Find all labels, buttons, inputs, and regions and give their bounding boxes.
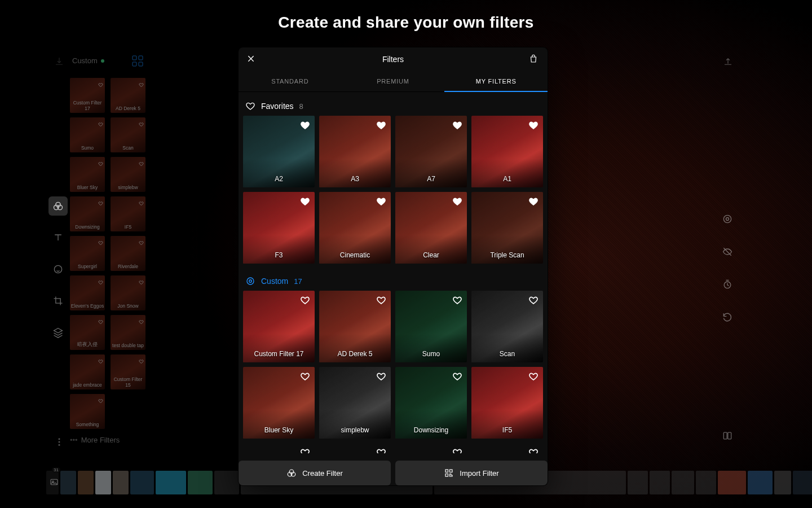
filmstrip-thumbnail[interactable] [156, 471, 186, 494]
favorite-heart-icon[interactable] [452, 371, 462, 384]
sidebar-mini-label: Bluer Sky [70, 185, 105, 190]
more-menu-icon[interactable] [54, 437, 64, 449]
text-tool-icon[interactable] [48, 228, 68, 247]
section-favorites-header[interactable]: Favorites 8 [243, 97, 543, 116]
timer-icon[interactable] [722, 279, 733, 292]
favorite-heart-icon[interactable] [300, 295, 310, 308]
filmstrip-thumbnail[interactable] [718, 471, 746, 494]
filter-tile[interactable] [243, 443, 315, 453]
target-icon[interactable] [722, 213, 733, 227]
favorite-heart-icon[interactable] [528, 120, 539, 133]
svg-rect-2 [133, 62, 136, 66]
sidebar-mini-tile[interactable]: IF5 [111, 196, 145, 231]
filter-tile[interactable]: Triple Scan [471, 192, 543, 264]
filmstrip-thumbnail[interactable] [774, 471, 791, 494]
favorite-heart-icon[interactable] [376, 120, 386, 133]
filmstrip-thumbnail[interactable] [214, 471, 239, 494]
tab-standard[interactable]: STANDARD [239, 71, 342, 91]
favorite-heart-icon[interactable] [300, 371, 310, 384]
favorite-heart-icon[interactable] [300, 196, 310, 209]
sidebar-mini-tile[interactable]: Something [70, 394, 105, 429]
section-custom-header[interactable]: Custom 17 [243, 271, 543, 291]
sidebar-mini-tile[interactable]: Custom Filter 15 [111, 354, 145, 389]
filter-tile[interactable] [395, 443, 467, 453]
sidebar-mini-tile[interactable]: Custom Filter 17 [70, 78, 105, 113]
sidebar-mini-tile[interactable]: Scan [111, 117, 145, 152]
favorite-heart-icon[interactable] [452, 295, 462, 308]
sidebar-mini-tile[interactable]: simplebw [111, 157, 145, 192]
favorite-heart-icon[interactable] [452, 120, 462, 133]
filter-tile[interactable]: Clear [395, 192, 467, 264]
preset-group-label[interactable]: Custom [72, 56, 104, 65]
sidebar-mini-tile[interactable]: test double tap [111, 315, 145, 350]
more-filters-label: More Filters [81, 436, 120, 444]
filter-tile[interactable]: Bluer Sky [243, 367, 315, 439]
favorite-heart-icon[interactable] [300, 120, 310, 133]
filmstrip-thumbnail[interactable] [188, 471, 213, 494]
filmstrip-thumbnail[interactable] [113, 471, 129, 494]
sidebar-mini-tile[interactable]: Supergirl [70, 236, 105, 271]
filmstrip-thumbnail[interactable] [130, 471, 154, 494]
import-filter-button[interactable]: Import Filter [395, 461, 548, 485]
filter-tile[interactable]: Custom Filter 17 [243, 291, 315, 362]
sidebar-mini-tile[interactable]: Sumo [70, 117, 105, 152]
favorite-heart-icon[interactable] [376, 295, 386, 308]
heart-outline-icon [98, 119, 103, 129]
filters-tool-icon[interactable] [48, 196, 68, 216]
favorite-heart-icon[interactable] [452, 196, 462, 209]
filmstrip-thumbnail[interactable] [748, 471, 773, 494]
favorite-heart-icon[interactable] [528, 371, 539, 384]
sidebar-mini-tile[interactable]: Jon Snow [111, 275, 145, 310]
favorite-heart-icon[interactable] [376, 371, 386, 384]
visibility-off-icon[interactable] [722, 246, 733, 260]
filmstrip-thumbnail[interactable] [696, 471, 716, 494]
filter-tile[interactable]: A1 [471, 116, 543, 187]
filter-tile[interactable] [319, 443, 391, 453]
panel-scroll-area[interactable]: Favorites 8 A2 A3 A7 A1 F3 Cinematic C [239, 92, 548, 461]
filmstrip-thumbnail[interactable] [650, 471, 670, 494]
filmstrip-thumbnail[interactable] [60, 471, 76, 494]
filter-tile[interactable]: F3 [243, 192, 315, 264]
filter-tile[interactable]: Scan [471, 291, 543, 362]
filter-tile[interactable]: Sumo [395, 291, 467, 362]
grid-view-icon[interactable] [131, 54, 144, 70]
sidebar-mini-tile[interactable]: Eleven's Eggos [70, 275, 105, 310]
sidebar-mini-tile[interactable]: jade embrace [70, 354, 105, 389]
filter-tile[interactable]: A3 [319, 116, 391, 187]
create-filter-button[interactable]: Create Filter [239, 461, 391, 485]
favorite-heart-icon[interactable] [528, 196, 539, 209]
compare-icon[interactable] [722, 430, 733, 444]
filmstrip-thumbnail[interactable] [628, 471, 648, 494]
crop-tool-icon[interactable] [48, 291, 68, 310]
undo-icon[interactable] [722, 312, 733, 325]
filter-tile[interactable]: A7 [395, 116, 467, 187]
layers-tool-icon[interactable] [48, 323, 68, 342]
close-icon[interactable] [246, 54, 255, 65]
filter-tile[interactable]: Cinematic [319, 192, 391, 264]
filmstrip-thumbnail[interactable] [672, 471, 694, 494]
sidebar-mini-tile[interactable]: Downsizing [70, 196, 105, 231]
filter-tile[interactable]: simplebw [319, 367, 391, 439]
favorite-heart-icon[interactable] [376, 196, 386, 209]
filter-tile[interactable]: AD Derek 5 [319, 291, 391, 362]
export-icon[interactable] [723, 56, 733, 69]
favorite-heart-icon[interactable] [528, 295, 539, 308]
sidebar-mini-tile[interactable]: Riverdale [111, 236, 145, 271]
sidebar-mini-tile[interactable]: Bluer Sky [70, 157, 105, 192]
filmstrip-thumbnail[interactable] [95, 471, 111, 494]
sidebar-mini-tile[interactable]: 暗夜入侵 [70, 315, 105, 350]
filter-tile[interactable]: IF5 [471, 367, 543, 439]
filter-tile[interactable]: A2 [243, 116, 315, 187]
download-icon[interactable] [54, 56, 64, 69]
shopping-bag-icon[interactable] [528, 54, 539, 66]
filmstrip-thumbnail[interactable] [78, 471, 94, 494]
tab-premium[interactable]: PREMIUM [342, 71, 445, 91]
filter-tile[interactable] [471, 443, 543, 453]
sticker-tool-icon[interactable] [48, 260, 68, 279]
sidebar-mini-tile[interactable]: AD Derek 5 [111, 78, 145, 113]
filter-tile[interactable]: Downsizing [395, 367, 467, 439]
tab-my-filters[interactable]: MY FILTERS [444, 71, 548, 91]
filmstrip-lead[interactable]: 31 [46, 471, 59, 494]
more-filters-button[interactable]: ••• More Filters [70, 436, 120, 444]
filmstrip-thumbnail[interactable] [793, 471, 812, 494]
